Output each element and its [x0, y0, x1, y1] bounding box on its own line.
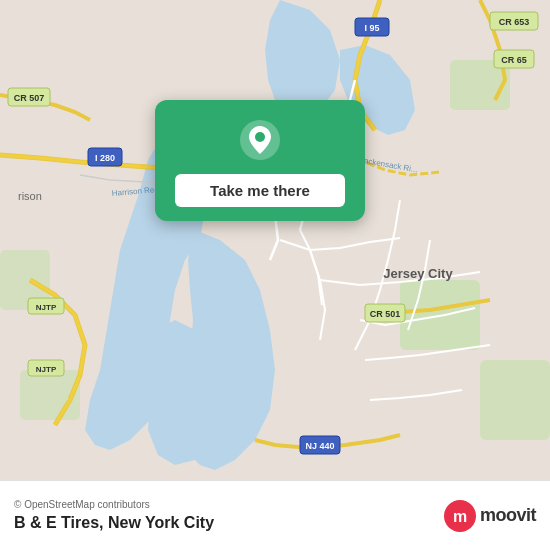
bottom-left-info: © OpenStreetMap contributors B & E Tires… — [14, 499, 214, 532]
svg-text:CR 507: CR 507 — [14, 93, 45, 103]
svg-point-29 — [255, 132, 265, 142]
attribution-text: © OpenStreetMap contributors — [14, 499, 214, 510]
location-title: B & E Tires, New York City — [14, 514, 214, 532]
location-card: Take me there — [155, 100, 365, 221]
svg-text:CR 501: CR 501 — [370, 309, 401, 319]
svg-text:CR 65: CR 65 — [501, 55, 527, 65]
svg-text:Jersey City: Jersey City — [383, 266, 453, 281]
svg-text:m: m — [453, 508, 467, 525]
svg-text:I 95: I 95 — [364, 23, 379, 33]
svg-text:NJTP: NJTP — [36, 365, 57, 374]
map-background: CR 653 CR 65 I 95 CR 507 I 280 Harrison … — [0, 0, 550, 480]
moovit-text: moovit — [480, 505, 536, 526]
svg-text:NJ 440: NJ 440 — [305, 441, 334, 451]
moovit-icon: m — [444, 500, 476, 532]
svg-text:rison: rison — [18, 190, 42, 202]
svg-text:CR 653: CR 653 — [499, 17, 530, 27]
bottom-bar: © OpenStreetMap contributors B & E Tires… — [0, 480, 550, 550]
take-me-there-button[interactable]: Take me there — [175, 174, 345, 207]
location-pin-icon — [238, 118, 282, 162]
svg-text:NJTP: NJTP — [36, 303, 57, 312]
svg-rect-3 — [480, 360, 550, 440]
svg-text:I 280: I 280 — [95, 153, 115, 163]
moovit-logo: m moovit — [444, 500, 536, 532]
map-container: CR 653 CR 65 I 95 CR 507 I 280 Harrison … — [0, 0, 550, 480]
